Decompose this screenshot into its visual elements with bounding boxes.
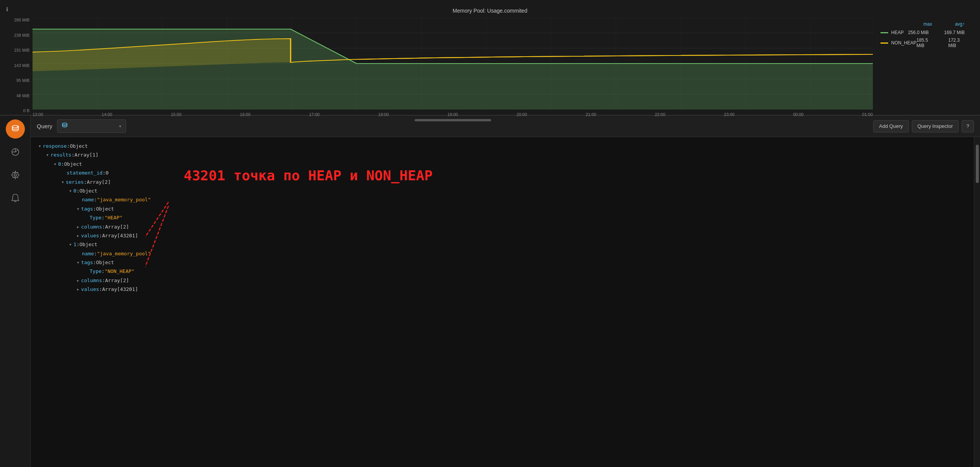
sidebar-icon-chart[interactable] xyxy=(6,142,25,162)
right-scrollbar[interactable] xyxy=(974,137,980,467)
legend-item-heap: HEAP 256.0 MiB 169.7 MiB xyxy=(880,30,965,35)
json-tree-container: ▾ response: Object▾ results: Array[1]▾ 0… xyxy=(31,137,980,467)
scrollbar-thumb[interactable] xyxy=(976,145,979,183)
x-label: 16:00 xyxy=(240,112,251,117)
tree-value: Array[2] xyxy=(105,276,129,285)
tree-colon: : xyxy=(93,258,96,267)
tree-line: ▸ values: Array[43201] xyxy=(38,231,966,240)
info-icon: ℹ xyxy=(6,6,8,12)
tree-line: ▸ columns: Array[2] xyxy=(38,222,966,231)
tree-key: tags xyxy=(81,204,93,213)
sidebar-icon-bell[interactable] xyxy=(6,188,25,207)
tree-key: Type xyxy=(90,267,101,276)
tree-value: Object xyxy=(70,142,88,150)
tree-arrow[interactable]: ▾ xyxy=(61,178,64,186)
tree-arrow[interactable]: ▾ xyxy=(38,142,41,150)
legend-nonheap-line xyxy=(880,42,888,44)
chart-legend: max avg↑ HEAP 256.0 MiB 169.7 MiB NON_HE… xyxy=(873,18,972,54)
tree-colon: : xyxy=(77,186,80,195)
chart-svg xyxy=(33,18,873,109)
tree-key: response xyxy=(43,142,67,150)
tree-colon: : xyxy=(101,267,105,276)
tree-line: ▾ series: Array[2] xyxy=(38,178,966,186)
chart-scrollbar[interactable] xyxy=(415,119,491,121)
sidebar xyxy=(0,116,31,467)
gear-icon xyxy=(11,170,20,180)
chart-icon xyxy=(11,147,20,157)
tree-key: tags xyxy=(81,258,93,267)
tree-key: series xyxy=(66,178,84,186)
tree-value: Object xyxy=(96,258,114,267)
y-label: 48 MiB xyxy=(8,93,29,98)
tree-colon: : xyxy=(102,222,105,231)
tree-arrow[interactable]: ▾ xyxy=(69,186,72,195)
tree-line: ▾ results: Array[1] xyxy=(38,150,966,159)
legend-heap-max: 256.0 MiB xyxy=(908,30,929,35)
tree-line: ▾ tags: Object xyxy=(38,204,966,213)
legend-nonheap-label: NON_HEAP xyxy=(880,40,916,46)
x-axis: 13:00 14:00 15:00 16:00 17:00 18:00 19:0… xyxy=(33,111,873,118)
tree-line: ▾ tags: Object xyxy=(38,258,966,267)
tree-value: Array[2] xyxy=(87,178,111,186)
tree-arrow[interactable]: ▾ xyxy=(69,240,72,249)
sidebar-icon-database[interactable] xyxy=(6,119,25,139)
x-label: 21:00 xyxy=(586,112,596,117)
legend-heap-name: HEAP xyxy=(891,30,904,35)
tree-value: 0 xyxy=(106,168,109,177)
chart-area: 286 MiB 238 MiB 191 MiB 143 MiB 95 MiB 4… xyxy=(8,18,972,122)
tree-line: ▾ response: Object xyxy=(38,142,966,150)
tree-value: "HEAP" xyxy=(105,213,122,222)
tree-colon: : xyxy=(93,204,96,213)
tree-key: statement_id xyxy=(67,168,103,177)
tree-colon: : xyxy=(94,195,97,204)
tree-key: 0 xyxy=(74,186,77,195)
tree-arrow[interactable]: ▸ xyxy=(77,222,80,231)
tree-colon: : xyxy=(99,285,102,294)
legend-item-nonheap: NON_HEAP 185.5 MiB 172.3 MiB xyxy=(880,38,965,48)
chart-svg-wrapper: 13:00 14:00 15:00 16:00 17:00 18:00 19:0… xyxy=(33,18,873,122)
svg-point-20 xyxy=(12,126,18,128)
legend-heap-label: HEAP xyxy=(880,30,904,35)
datasource-icon xyxy=(61,122,68,130)
x-label: 13:00 xyxy=(33,112,43,117)
tree-colon: : xyxy=(101,213,105,222)
tree-colon: : xyxy=(77,240,80,249)
tree-colon: : xyxy=(61,160,64,168)
svg-marker-21 xyxy=(17,126,19,127)
legend-nonheap-avg: 172.3 MiB xyxy=(948,38,965,48)
tree-colon: : xyxy=(84,178,87,186)
y-label: 95 MiB xyxy=(8,78,29,83)
tree-arrow[interactable]: ▾ xyxy=(77,258,80,267)
y-label: 0 B xyxy=(8,108,29,113)
tree-arrow[interactable]: ▸ xyxy=(77,231,80,240)
chart-title: Memory Pool: Usage.commited xyxy=(8,8,972,14)
legend-max-header: max xyxy=(923,21,932,27)
legend-nonheap-values: 185.5 MiB 172.3 MiB xyxy=(916,38,965,48)
tree-value: "java_memory_pool" xyxy=(97,249,151,258)
bell-icon xyxy=(11,193,20,202)
tree-colon: : xyxy=(99,231,102,240)
x-label: 18:00 xyxy=(378,112,389,117)
tree-key: columns xyxy=(81,276,102,285)
tree-arrow[interactable]: ▸ xyxy=(77,285,80,294)
x-label: 23:00 xyxy=(724,112,735,117)
tree-arrow[interactable]: ▾ xyxy=(46,150,49,159)
y-axis: 286 MiB 238 MiB 191 MiB 143 MiB 95 MiB 4… xyxy=(8,18,33,122)
tree-arrow[interactable]: ▸ xyxy=(77,276,80,285)
x-label: 22:00 xyxy=(655,112,665,117)
tree-key: Type xyxy=(90,213,101,222)
tree-key: name xyxy=(82,195,94,204)
tree-arrow[interactable]: ▾ xyxy=(77,204,80,213)
x-label: 14:00 xyxy=(102,112,113,117)
database-icon xyxy=(11,124,20,134)
tree-arrow[interactable]: ▾ xyxy=(54,160,57,168)
x-label: 17:00 xyxy=(309,112,320,117)
tree-line: name: "java_memory_pool" xyxy=(38,249,966,258)
svg-point-23 xyxy=(14,174,16,176)
sidebar-icon-gear[interactable] xyxy=(6,165,25,185)
tree-line: statement_id: 0 xyxy=(38,168,966,177)
tree-value: Array[1] xyxy=(74,150,98,159)
tree-colon: : xyxy=(94,249,97,258)
y-label: 143 MiB xyxy=(8,63,29,68)
tree-line: ▾ 0: Object xyxy=(38,160,966,168)
